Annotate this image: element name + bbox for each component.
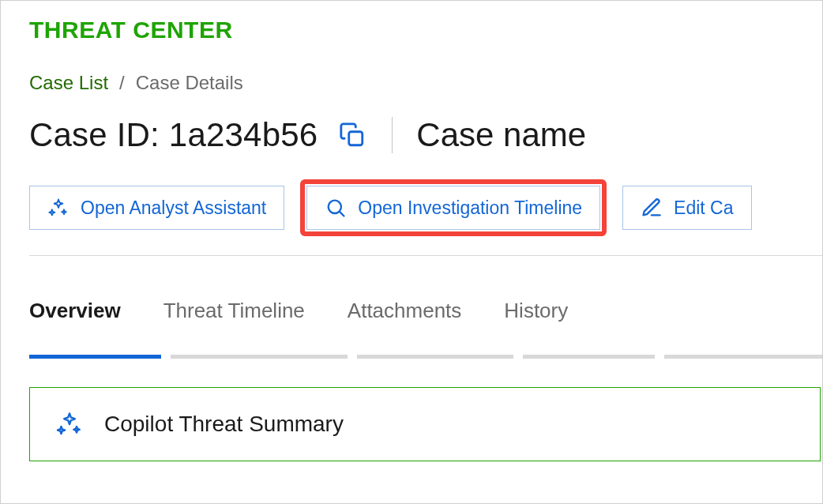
copilot-summary-card: Copilot Threat Summary xyxy=(29,387,821,461)
breadcrumb-current: Case Details xyxy=(136,72,243,94)
edit-case-label: Edit Ca xyxy=(674,197,733,219)
svg-line-2 xyxy=(340,212,344,216)
tab-underline xyxy=(523,355,655,359)
breadcrumb-case-list-link[interactable]: Case List xyxy=(29,72,108,94)
open-investigation-timeline-label: Open Investigation Timeline xyxy=(358,197,582,219)
tabs-row: Overview Threat Timeline Attachments His… xyxy=(29,299,822,326)
case-header: Case ID: 1a234b56 Case name xyxy=(29,116,822,154)
breadcrumb-separator: / xyxy=(119,72,125,94)
tab-underline xyxy=(357,355,513,359)
case-name: Case name xyxy=(416,116,586,154)
copy-icon[interactable] xyxy=(336,119,368,151)
vertical-divider xyxy=(392,117,393,153)
tab-underlines xyxy=(29,355,822,359)
open-investigation-timeline-button[interactable]: Open Investigation Timeline xyxy=(306,186,600,230)
svg-rect-0 xyxy=(349,132,363,145)
copilot-summary-title: Copilot Threat Summary xyxy=(104,412,344,437)
tab-overview[interactable]: Overview xyxy=(29,299,121,326)
edit-icon xyxy=(641,197,663,219)
tab-threat-timeline[interactable]: Threat Timeline xyxy=(163,299,305,326)
tab-underline-active xyxy=(29,355,161,359)
open-analyst-assistant-label: Open Analyst Assistant xyxy=(81,197,266,219)
tab-attachments[interactable]: Attachments xyxy=(348,299,462,326)
open-analyst-assistant-button[interactable]: Open Analyst Assistant xyxy=(29,186,284,230)
sparkle-icon xyxy=(55,410,84,438)
edit-case-button[interactable]: Edit Ca xyxy=(622,186,751,230)
breadcrumb: Case List / Case Details xyxy=(29,72,822,94)
case-id: Case ID: 1a234b56 xyxy=(29,116,318,154)
search-icon xyxy=(325,197,347,219)
tab-underline xyxy=(664,355,822,359)
page-title: THREAT CENTER xyxy=(29,17,822,43)
horizontal-divider xyxy=(29,255,822,256)
tab-history[interactable]: History xyxy=(504,299,568,326)
tab-underline xyxy=(171,355,348,359)
action-button-row: Open Analyst Assistant Open Investigatio… xyxy=(29,179,822,236)
highlighted-action-box: Open Investigation Timeline xyxy=(300,179,607,236)
sparkle-icon xyxy=(47,197,70,219)
